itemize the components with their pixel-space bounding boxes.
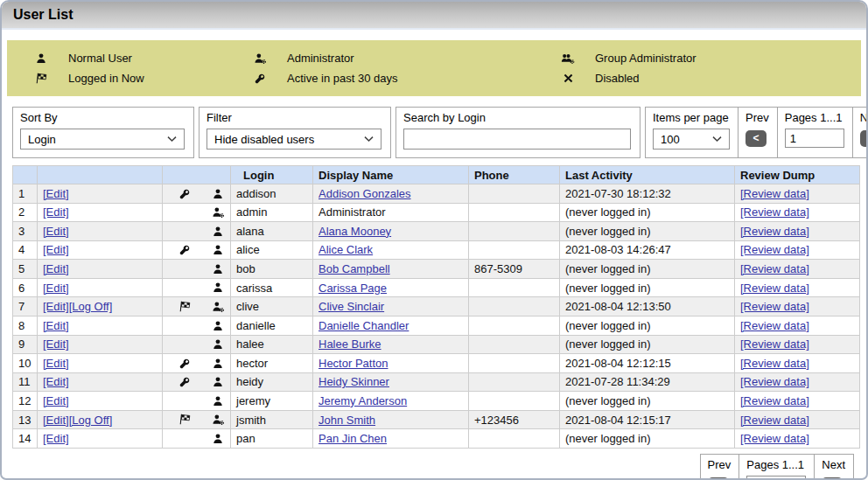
row-review-cell: [Review data] bbox=[735, 429, 860, 449]
filter-label: Filter bbox=[206, 111, 382, 124]
display-name-link[interactable]: Hector Patton bbox=[318, 357, 388, 370]
display-name-link[interactable]: Alana Mooney bbox=[318, 225, 391, 238]
display-name-link[interactable]: Halee Burke bbox=[318, 337, 382, 351]
row-actions-cell: [Edit] bbox=[38, 203, 163, 222]
page-input[interactable] bbox=[785, 129, 844, 148]
row-review-cell: [Review data] bbox=[735, 316, 860, 335]
review-data-link[interactable]: [Review data] bbox=[740, 187, 809, 200]
review-data-link[interactable]: [Review data] bbox=[740, 205, 809, 219]
display-name-link[interactable]: Danielle Chandler bbox=[318, 319, 409, 332]
wrench-icon bbox=[178, 188, 191, 200]
review-data-link[interactable]: [Review data] bbox=[740, 394, 809, 407]
titlebar: User List bbox=[2, 2, 866, 30]
row-icons-cell bbox=[163, 372, 231, 392]
edit-link[interactable]: [Edit] bbox=[43, 394, 69, 407]
row-display-name-cell: Alana Mooney bbox=[313, 222, 469, 241]
row-review-cell: [Review data] bbox=[735, 372, 860, 392]
review-data-link[interactable]: [Review data] bbox=[740, 375, 809, 388]
display-name-link[interactable]: John Smith bbox=[318, 414, 375, 427]
row-role-icon-slot bbox=[201, 187, 231, 201]
row-display-name-cell: Carissa Page bbox=[313, 278, 469, 297]
display-name-link[interactable]: Bob Campbell bbox=[318, 262, 390, 275]
row-actions-cell: [Edit][Log Off] bbox=[38, 410, 163, 429]
row-display-name-cell: Clive Sinclair bbox=[313, 297, 469, 317]
display-name-link[interactable]: Alice Clark bbox=[318, 243, 373, 256]
display-name-link[interactable]: Carissa Page bbox=[318, 282, 387, 295]
row-status-icon-slot bbox=[168, 243, 201, 257]
edit-link[interactable]: [Edit] bbox=[43, 319, 69, 332]
review-data-link[interactable]: [Review data] bbox=[740, 337, 809, 351]
search-input[interactable] bbox=[403, 129, 631, 150]
edit-link[interactable]: [Edit] bbox=[43, 282, 69, 295]
review-data-link[interactable]: [Review data] bbox=[740, 243, 809, 256]
edit-link[interactable]: [Edit] bbox=[43, 225, 69, 238]
row-actions-cell: [Edit] bbox=[38, 240, 163, 260]
row-display-name-cell: Jeremy Anderson bbox=[313, 392, 469, 411]
log-off-link[interactable]: [Log Off] bbox=[69, 300, 113, 313]
user-list-window: User List Normal User Logged in Now Admi… bbox=[0, 0, 868, 480]
review-data-link[interactable]: [Review data] bbox=[740, 282, 809, 295]
row-display-name-cell: John Smith bbox=[313, 410, 469, 429]
wrench-icon bbox=[178, 358, 191, 370]
page-input[interactable] bbox=[746, 476, 806, 480]
review-data-link[interactable]: [Review data] bbox=[740, 225, 809, 238]
review-data-link[interactable]: [Review data] bbox=[740, 414, 809, 427]
table-row: 12 [Edit] jeremy Jeremy Anderson (never … bbox=[13, 392, 860, 411]
table-row: 13 [Edit][Log Off] jsmith John Smith +12… bbox=[13, 410, 860, 429]
display-name-link[interactable]: Jeremy Anderson bbox=[318, 394, 407, 407]
edit-link[interactable]: [Edit] bbox=[43, 243, 69, 256]
review-data-link[interactable]: [Review data] bbox=[740, 432, 809, 445]
review-data-link[interactable]: [Review data] bbox=[740, 319, 809, 332]
edit-link[interactable]: [Edit] bbox=[43, 262, 69, 275]
row-review-cell: [Review data] bbox=[735, 335, 860, 354]
row-number: 7 bbox=[13, 297, 38, 317]
header-actions bbox=[38, 166, 163, 184]
review-data-link[interactable]: [Review data] bbox=[740, 300, 809, 313]
edit-link[interactable]: [Edit] bbox=[43, 337, 69, 351]
person-icon bbox=[212, 376, 224, 388]
table-row: 8 [Edit] danielle Danielle Chandler (nev… bbox=[13, 316, 860, 335]
row-role-icon-slot bbox=[201, 394, 231, 408]
edit-link[interactable]: [Edit] bbox=[43, 357, 69, 370]
row-display-name-cell: Halee Burke bbox=[313, 335, 469, 354]
edit-link[interactable]: [Edit] bbox=[43, 300, 69, 313]
row-review-cell: [Review data] bbox=[735, 203, 860, 222]
row-last-activity: (never logged in) bbox=[560, 260, 735, 279]
display-name-link[interactable]: Addison Gonzales bbox=[318, 187, 411, 200]
items-per-page-group: Items per page 100 bbox=[646, 108, 738, 157]
person-icon bbox=[212, 244, 224, 256]
row-phone: +123456 bbox=[469, 410, 560, 429]
review-data-link[interactable]: [Review data] bbox=[740, 262, 809, 275]
row-status-icon-slot bbox=[168, 281, 201, 295]
filter-select[interactable]: Hide disabled users bbox=[206, 129, 382, 150]
person-icon bbox=[212, 433, 224, 445]
next-group: Next > bbox=[853, 108, 868, 157]
next-button[interactable]: > bbox=[860, 130, 868, 147]
display-name-link[interactable]: Heidy Skinner bbox=[318, 375, 389, 388]
row-login: addison bbox=[231, 184, 313, 204]
edit-link[interactable]: [Edit] bbox=[43, 432, 69, 445]
bottom-pager: Prev < Pages 1...1 Next > bbox=[700, 454, 854, 480]
edit-link[interactable]: [Edit] bbox=[43, 414, 69, 427]
edit-link[interactable]: [Edit] bbox=[43, 375, 69, 388]
sort-by-select[interactable]: Login bbox=[20, 129, 185, 150]
legend-column: Normal User Logged in Now bbox=[7, 50, 226, 87]
legend-item-label: Administrator bbox=[287, 52, 354, 65]
legend-item: Normal User bbox=[7, 50, 226, 67]
header-login: Login bbox=[231, 166, 313, 184]
display-name-link[interactable]: Clive Sinclair bbox=[318, 300, 384, 313]
log-off-link[interactable]: [Log Off] bbox=[69, 414, 113, 427]
items-per-page-label: Items per page bbox=[653, 111, 730, 124]
items-per-page-select[interactable]: 100 bbox=[653, 129, 730, 150]
prev-button[interactable]: < bbox=[746, 130, 766, 147]
edit-link[interactable]: [Edit] bbox=[43, 205, 69, 219]
row-role-icon-slot bbox=[201, 432, 231, 446]
row-number: 12 bbox=[13, 392, 38, 411]
row-login: pan bbox=[231, 429, 313, 449]
table-row: 1 [Edit] addison Addison Gonzales 2021-0… bbox=[13, 184, 860, 204]
row-review-cell: [Review data] bbox=[735, 260, 860, 279]
edit-link[interactable]: [Edit] bbox=[43, 187, 69, 200]
row-status-icon-slot bbox=[168, 262, 201, 276]
display-name-link[interactable]: Pan Jin Chen bbox=[318, 432, 387, 445]
review-data-link[interactable]: [Review data] bbox=[740, 357, 809, 370]
